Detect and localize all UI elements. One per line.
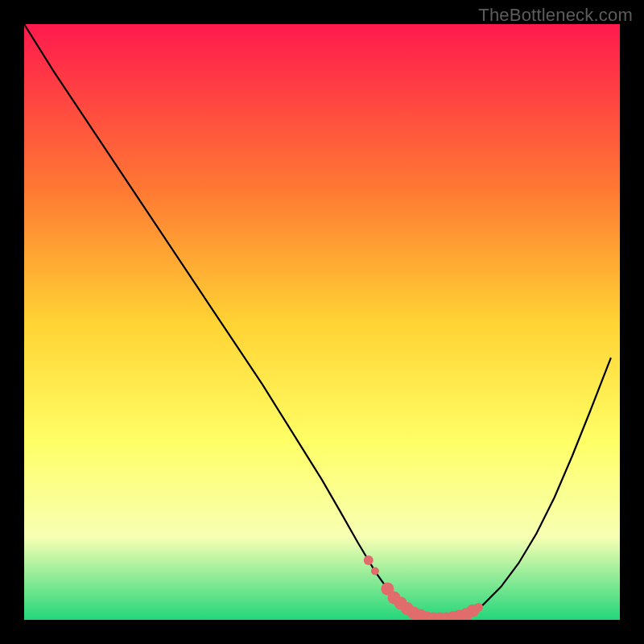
svg-point-1 bbox=[371, 568, 379, 576]
plot-area bbox=[24, 24, 620, 620]
chart-frame: TheBottleneck.com bbox=[0, 0, 644, 644]
bottleneck-chart bbox=[24, 24, 620, 620]
watermark-label: TheBottleneck.com bbox=[478, 5, 633, 26]
heatmap-background bbox=[24, 24, 620, 620]
svg-point-16 bbox=[474, 603, 483, 612]
svg-point-0 bbox=[364, 555, 374, 565]
